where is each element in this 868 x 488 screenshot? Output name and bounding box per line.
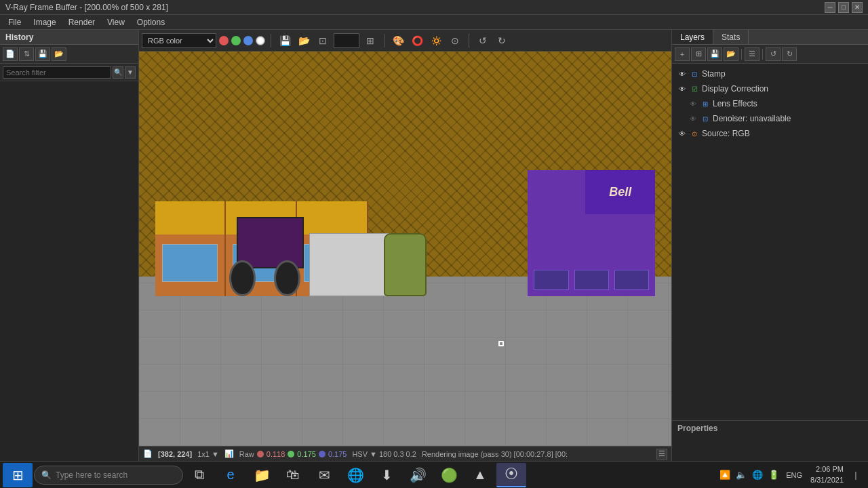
- taskbar-search-bar[interactable]: 🔍 Type here to search: [34, 466, 183, 485]
- tab-layers-label: Layers: [680, 33, 705, 42]
- frame-btn[interactable]: ⊞: [362, 33, 378, 49]
- render-floor: [139, 277, 671, 446]
- layer-item-denoiser[interactable]: 👁 ⊡ Denoiser: unavailable: [672, 111, 868, 126]
- separator2: [384, 34, 384, 47]
- properties-label: Properties: [677, 424, 717, 433]
- layer-icon-stamp: ⊡: [690, 69, 699, 79]
- render-wheel-right: [274, 260, 300, 296]
- history-save-btn[interactable]: 💾: [35, 47, 50, 61]
- layer-vis-denoiser[interactable]: 👁: [688, 114, 698, 123]
- taskbar-explorer-btn[interactable]: 📁: [247, 463, 277, 487]
- history-folder-btn[interactable]: 📂: [52, 47, 66, 61]
- menu-view[interactable]: View: [102, 16, 130, 28]
- layer-vis-source-rgb[interactable]: 👁: [677, 129, 687, 138]
- load-image-btn[interactable]: 📂: [296, 33, 312, 49]
- taskbar-chrome-btn[interactable]: 🌐: [340, 463, 370, 487]
- blue-channel-btn[interactable]: [243, 36, 253, 45]
- history-new-btn[interactable]: 📄: [3, 47, 18, 61]
- layers-redo-btn[interactable]: ↻: [782, 47, 797, 61]
- systray-arrow[interactable]: 🔼: [718, 463, 732, 487]
- taskbar: ⊞ 🔍 Type here to search ⧉ e 📁 🛍 ✉ 🌐 ⬇ 🔊 …: [0, 461, 868, 488]
- color-mode-select[interactable]: RGB color Alpha Luminance Depth: [142, 33, 216, 48]
- taskbar-taskview-btn[interactable]: ⧉: [184, 463, 214, 487]
- lens-btn[interactable]: 🔅: [428, 33, 444, 49]
- status-file-icon: 📄: [143, 449, 153, 458]
- menu-render[interactable]: Render: [63, 16, 100, 28]
- systray-network[interactable]: 🌐: [751, 463, 764, 487]
- extra-btn[interactable]: ⊙: [447, 33, 463, 49]
- menu-options[interactable]: Options: [132, 16, 170, 28]
- taskbar-edge-btn[interactable]: e: [216, 463, 245, 487]
- red-channel-btn[interactable]: [219, 36, 229, 45]
- start-button[interactable]: ⊞: [3, 463, 33, 487]
- layers-save-btn[interactable]: 💾: [707, 47, 722, 61]
- layer-icon-denoiser: ⊡: [701, 114, 710, 123]
- hsv-label: HSV: [352, 450, 368, 458]
- layers-list-btn[interactable]: ☰: [745, 47, 760, 61]
- separator3: [469, 34, 469, 47]
- white-channel-btn[interactable]: [256, 36, 265, 45]
- layer-icon-source-rgb: ⊙: [690, 129, 699, 138]
- zoom-input[interactable]: 50✕: [334, 33, 359, 48]
- layers-separator2: [762, 49, 763, 60]
- layers-undo-btn[interactable]: ↺: [766, 47, 781, 61]
- layer-label-lens-effects: Lens Effects: [713, 99, 757, 108]
- menu-file[interactable]: File: [3, 16, 26, 28]
- render-building-sign: Bell: [585, 170, 656, 214]
- layers-load-btn[interactable]: 📂: [724, 47, 738, 61]
- status-menu-button[interactable]: ☰: [656, 449, 667, 460]
- layers-group-btn[interactable]: ⊞: [691, 47, 706, 61]
- viewer-toolbar: RGB color Alpha Luminance Depth 💾 📂 ⊡ 50…: [139, 30, 671, 52]
- history-sort-btn[interactable]: ⇅: [19, 47, 34, 61]
- render-building: Bell: [528, 170, 655, 296]
- titlebar-title: V-Ray Frame Buffer - [200.00% of 500 x 2…: [5, 3, 168, 12]
- search-input[interactable]: [3, 66, 111, 79]
- tab-layers[interactable]: Layers: [672, 30, 713, 44]
- render-stall-1: [155, 201, 226, 296]
- search-button[interactable]: 🔍: [113, 66, 123, 79]
- undo-btn[interactable]: ↺: [475, 33, 491, 49]
- show-desktop-btn[interactable]: |: [849, 463, 863, 487]
- taskbar-app2-btn[interactable]: ▲: [465, 463, 495, 487]
- systray-speaker[interactable]: 🔈: [734, 463, 748, 487]
- maximize-button[interactable]: □: [838, 2, 849, 13]
- redo-btn[interactable]: ↻: [494, 33, 510, 49]
- status-hsv-group: HSV ▼ 180 0.3 0.2: [352, 450, 416, 458]
- close-button[interactable]: ✕: [852, 2, 863, 13]
- systray-battery[interactable]: 🔋: [767, 463, 781, 487]
- layer-vis-lens-effects[interactable]: 👁: [688, 99, 698, 108]
- titlebar: V-Ray Frame Buffer - [200.00% of 500 x 2…: [0, 0, 868, 15]
- taskbar-store-btn[interactable]: 🛍: [278, 463, 308, 487]
- properties-section: Properties: [672, 420, 868, 461]
- menu-image[interactable]: Image: [28, 16, 61, 28]
- render-booth: [309, 233, 395, 296]
- layer-vis-display-correction[interactable]: 👁: [677, 84, 687, 94]
- layer-item-lens-effects[interactable]: 👁 ⊞ Lens Effects: [672, 96, 868, 111]
- taskbar-mail-btn[interactable]: ✉: [309, 463, 339, 487]
- val-b: 0.175: [328, 450, 347, 458]
- language-indicator[interactable]: ENG: [783, 471, 805, 479]
- lang-text: ENG: [786, 471, 802, 479]
- color-correct-btn[interactable]: ⭕: [409, 33, 425, 49]
- layer-item-display-correction[interactable]: 👁 ☑ Display Correction: [672, 81, 868, 96]
- taskbar-downloads-btn[interactable]: ⬇: [372, 463, 401, 487]
- layer-item-source-rgb[interactable]: 👁 ⊙ Source: RGB: [672, 126, 868, 141]
- layer-item-stamp[interactable]: 👁 ⊡ Stamp: [672, 66, 868, 81]
- right-panel: Layers Stats + ⊞ 💾 📂 ☰ ↺ ↻ 👁: [671, 30, 868, 461]
- region-select-btn[interactable]: ⊡: [315, 33, 331, 49]
- layers-add-btn[interactable]: +: [675, 47, 690, 61]
- clock-time: 2:06 PM: [810, 464, 844, 474]
- lut-btn[interactable]: 🎨: [390, 33, 406, 49]
- taskbar-app1-btn[interactable]: 🟢: [434, 463, 464, 487]
- system-clock[interactable]: 2:06 PM 8/31/2021: [808, 464, 846, 485]
- green-channel-btn[interactable]: [231, 36, 241, 45]
- minimize-button[interactable]: ─: [825, 2, 835, 13]
- save-image-btn[interactable]: 💾: [277, 33, 293, 49]
- taskbar-blender-btn[interactable]: ⦿: [496, 463, 526, 487]
- layer-vis-stamp[interactable]: 👁: [677, 69, 687, 79]
- val-r: 0.118: [267, 450, 285, 458]
- taskbar-vlc-btn[interactable]: 🔊: [403, 463, 433, 487]
- taskbar-right: 🔼 🔈 🌐 🔋 ENG 2:06 PM 8/31/2021 |: [718, 463, 865, 487]
- filter-button[interactable]: ▼: [125, 66, 136, 79]
- tab-stats[interactable]: Stats: [713, 30, 749, 44]
